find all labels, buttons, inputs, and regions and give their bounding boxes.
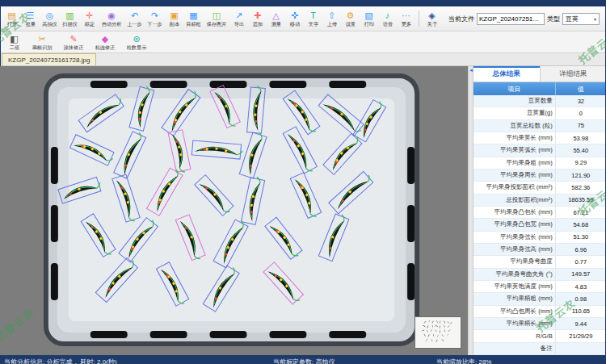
toolbar-copy-button[interactable]: ▣副本 — [165, 10, 183, 27]
toolbar-export-button[interactable]: ↗导出 — [229, 10, 248, 27]
toolbar-voice-button[interactable]: ♪语音 — [378, 10, 397, 27]
result-row: 平均果身弯曲夹角 (°)149.57 — [473, 269, 606, 281]
text-icon: T — [310, 10, 316, 21]
batch-icon: ☰ — [27, 10, 35, 21]
column-value: 值 — [556, 82, 606, 95]
undo-icon: ↶ — [131, 10, 138, 21]
toolbar-about-label: 关于 — [427, 21, 436, 27]
result-value: 4.83 — [556, 281, 606, 292]
toolbar-smear-fix-label: 涂抹修正 — [64, 44, 84, 50]
minimap-image — [415, 317, 461, 348]
result-row: 平均果荚饱满度 (mm)4.83 — [473, 281, 606, 293]
result-label: 豆荚总粒数 (粒) — [473, 120, 556, 132]
toolbar-next-step-button[interactable]: ↷下一步 — [145, 10, 165, 27]
toolbar-doc-camera-label: 高拍仪 — [42, 21, 57, 27]
toolbar-scanner-button[interactable]: ▥扫描仪 — [60, 10, 80, 27]
tab-detailed-results[interactable]: 详细结果 — [541, 66, 606, 82]
current-file-input[interactable] — [477, 13, 545, 25]
toolbar-upload-label: 上传 — [326, 21, 336, 27]
image-canvas[interactable] — [0, 66, 468, 355]
secondary-toolbar: ◧二值✂果柄识别✎涂抹修正◆粘连修正⊚粒数显示 — [0, 31, 606, 53]
toolbar-next-step-label: 下一步 — [147, 21, 162, 27]
result-label: 总投影面积(mm²) — [473, 195, 556, 206]
result-value: 0 — [556, 107, 606, 119]
toolbar-append-button[interactable]: ✚追加 — [248, 10, 267, 27]
results-table-header: 项目 值 — [473, 82, 606, 95]
move-icon: ✜ — [291, 10, 298, 21]
result-value: 582.36 — [556, 182, 606, 193]
folder-open-icon: ▤ — [7, 10, 15, 21]
result-value: 9.29 — [556, 157, 606, 169]
toolbar-stem-detect-button[interactable]: ✂果柄识别 — [29, 34, 55, 51]
toolbar-target-box-label: 目标框 — [186, 21, 200, 27]
result-value: 55.40 — [556, 144, 606, 156]
result-label: 平均果身弦高 (mm) — [473, 244, 556, 255]
toolbar-settings-button[interactable]: ⚙设置 — [341, 10, 360, 27]
toolbar-print-button[interactable]: ▧打印 — [360, 10, 378, 27]
document-tabstrip: KZGP_20240725161728.jpg — [0, 53, 606, 66]
result-value: 0.98 — [556, 293, 606, 304]
more-icon: ⋯ — [402, 10, 410, 21]
result-row: 平均果身凸包长 (mm)67.21 — [473, 207, 606, 219]
toolbar-voice-label: 语音 — [382, 21, 392, 27]
results-tabs: 总体结果 详细结果 — [473, 66, 606, 82]
title-bar — [0, 0, 606, 6]
toolbar-target-box-button[interactable]: ▦目标框 — [183, 10, 204, 27]
main-area: ◄ 总体结果 详细结果 项目 值 豆荚数量32豆荚重(g)0豆荚总粒数 (粒)7… — [0, 66, 606, 355]
result-row: 总投影面积(mm²)18635.59 — [473, 195, 606, 207]
result-value: 149.57 — [556, 269, 606, 280]
type-select-value: 豆荚 — [566, 15, 579, 23]
toolbar-smear-fix-button[interactable]: ✎涂抹修正 — [61, 34, 86, 51]
toolbar-binarize-button[interactable]: ◧二值 — [5, 34, 23, 51]
result-label: 平均果身弯曲度 — [473, 256, 556, 267]
toolbar-prev-step-button[interactable]: ↶上一步 — [124, 10, 145, 27]
stem-detect-icon: ✂ — [38, 34, 45, 44]
toolbar-move-button[interactable]: ✜移动 — [285, 10, 304, 27]
toolbar-more-button[interactable]: ⋯更多 — [397, 10, 415, 27]
toolbar-upload-button[interactable]: ⇧上传 — [322, 10, 341, 27]
result-value: 0.77 — [556, 256, 606, 267]
result-value: 75 — [556, 120, 606, 132]
toolbar-calibrate-label: 标定 — [84, 21, 94, 27]
result-label: R/G/B — [473, 330, 556, 341]
toolbar-save-image-button[interactable]: ◫保存图片 — [204, 10, 229, 27]
result-row: 平均凸包周长 (mm)110.65 — [473, 306, 606, 318]
panel-splitter[interactable]: ◄ — [468, 66, 473, 355]
type-select[interactable]: 豆荚 ▾ — [562, 13, 600, 25]
result-label: 平均果柄长 (mm) — [473, 318, 556, 329]
gear-icon: ⚙ — [347, 10, 355, 21]
scanner-icon: ▥ — [65, 10, 74, 21]
minimap[interactable] — [415, 316, 461, 349]
result-row: R/G/B21/29/29 — [473, 330, 606, 342]
result-row: 平均果身弦高 (mm)6.96 — [473, 244, 606, 256]
result-label: 平均果身周长 (mm) — [473, 169, 556, 181]
toolbar-about-button[interactable]: ◈关于 — [423, 10, 441, 27]
toolbar-measure-button[interactable]: △测量 — [267, 10, 285, 27]
save-image-icon: ◫ — [213, 10, 221, 21]
tab-overall-results[interactable]: 总体结果 — [473, 66, 541, 82]
document-tab-label: KZGP_20240725161728.jpg — [8, 56, 90, 64]
camera-icon: ◎ — [46, 10, 54, 21]
toolbar-calibrate-button[interactable]: ✛标定 — [80, 10, 99, 27]
seed-display-icon: ⊚ — [133, 34, 140, 44]
toolbar-doc-camera-button[interactable]: ◎高拍仪 — [40, 10, 60, 27]
auto-analyze-icon: ◉ — [107, 10, 116, 21]
toolbar-batch-label: 批量 — [25, 21, 35, 27]
result-row: 平均果荚长 (mm)53.98 — [473, 132, 606, 144]
toolbar-seed-display-button[interactable]: ⊚粒数显示 — [124, 34, 149, 51]
result-row: 平均果身弦长 (mm)51.30 — [473, 232, 606, 244]
results-panel: 总体结果 详细结果 项目 值 豆荚数量32豆荚重(g)0豆荚总粒数 (粒)75平… — [473, 66, 606, 355]
toolbar-auto-analyze-button[interactable]: ◉自动分析 — [99, 10, 124, 27]
document-tab[interactable]: KZGP_20240725161728.jpg — [2, 53, 96, 65]
toolbar-open-button[interactable]: ▤打开 — [2, 10, 21, 27]
collapse-arrow-icon[interactable]: ◄ — [469, 68, 473, 73]
result-row: 豆荚重(g)0 — [473, 107, 606, 119]
toolbar-adhesion-fix-button[interactable]: ◆粘连修正 — [92, 34, 118, 51]
analysis-image[interactable] — [0, 66, 468, 355]
result-value: 21/29/29 — [556, 330, 606, 341]
toolbar-batch-button[interactable]: ☰批量 — [21, 10, 40, 27]
toolbar-text-button[interactable]: T文字 — [304, 10, 322, 27]
target-box-icon: ▦ — [189, 10, 197, 21]
toolbar-settings-label: 设置 — [345, 21, 355, 27]
measure-icon: △ — [272, 10, 279, 21]
